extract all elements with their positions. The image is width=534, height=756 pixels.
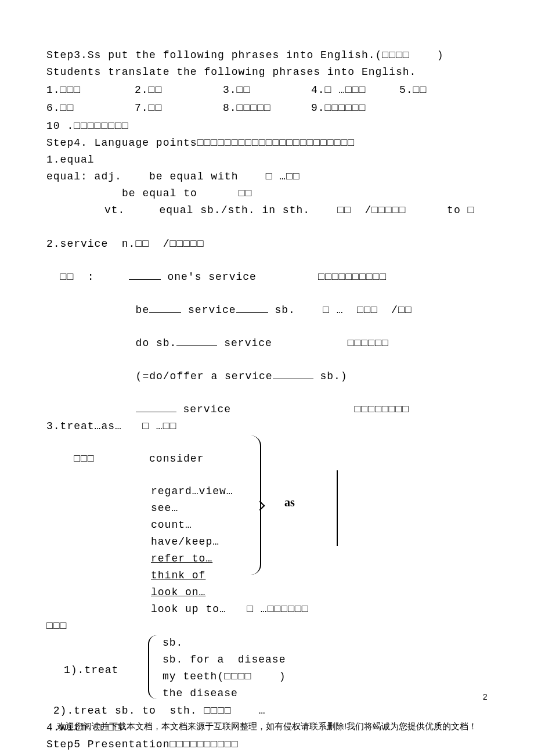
step3-title-a: Step3.Ss put the following phrases into …	[46, 48, 488, 63]
text: sb.)	[320, 370, 347, 382]
phrase-row-3: 10 .□□□□□□□□	[46, 118, 488, 134]
left-brace-icon	[148, 635, 158, 699]
p1-l2: equal: adj. be equal with □ …□□	[46, 169, 488, 185]
blank-input[interactable]	[149, 302, 181, 313]
phrase-item: 9.□□□□□□	[311, 100, 399, 116]
phrase-item: 5.□□	[399, 82, 488, 98]
text: one's service	[167, 271, 256, 283]
ext-label: □□□	[74, 453, 94, 465]
treat-label: 1).treat	[64, 663, 118, 678]
label: □□ :	[60, 271, 95, 283]
blank-input[interactable]	[176, 335, 217, 346]
phrase-item: 7.□□	[135, 100, 223, 116]
phrase-item: 1.□□□	[46, 82, 135, 98]
treat-l2: 2).treat sb. to sth. □□□□ …	[46, 703, 488, 719]
text: □□□□□□	[348, 337, 389, 349]
step4-title: Step4. Language points□□□□□□□□□□□□□□□□□□…	[46, 135, 488, 151]
text: refer to…	[151, 553, 212, 564]
as-label: as	[284, 494, 295, 511]
step3-header: Step3.Ss put the following phrases into …	[46, 48, 488, 80]
text: service	[188, 304, 236, 316]
text: □□□□□□□□	[354, 404, 409, 415]
treat-item: sb.	[46, 635, 488, 651]
p3-l1: 3.treat…as… □ …□□	[46, 419, 488, 434]
p2-l6: service □□□□□□□□	[46, 386, 488, 417]
treat-item: the disease	[46, 686, 488, 701]
phrase-item: 8.□□□□□	[223, 100, 311, 116]
synonym-item: see…	[46, 501, 488, 516]
text: think of	[151, 570, 205, 581]
synonym-item: count…	[46, 517, 488, 533]
blank-input[interactable]	[236, 302, 268, 313]
step6: Step6 Consolidation□□□□□□	[46, 754, 488, 756]
blank-line	[46, 219, 488, 235]
text: do sb.	[136, 337, 177, 349]
p2-l5: (=do/offer a service sb.)	[46, 352, 488, 384]
text: □□□□□□□□□□	[318, 271, 387, 283]
text: service	[183, 404, 231, 415]
ext-label-2: □□□	[46, 618, 488, 634]
p1-l1: 1.equal	[46, 152, 488, 168]
p2-l4: do sb. service □□□□□□	[46, 319, 488, 351]
synonym-item: refer to…	[46, 551, 488, 567]
synonym-item: look on…	[46, 585, 488, 600]
treat-brace-block: 1).treat sb. sb. for a disease my teeth(…	[46, 635, 488, 702]
phrase-item: 3.□□	[223, 82, 311, 98]
blank-input[interactable]	[129, 269, 161, 280]
phrase-item: 2.□□	[135, 82, 223, 98]
p2-l1: 2.service n.□□ /□□□□□	[46, 236, 488, 252]
synonym-item: consider	[149, 453, 204, 465]
phrase-item: 6.□□	[46, 100, 135, 116]
synonym-item: look up to… □ …□□□□□□	[46, 602, 488, 617]
text: service	[224, 337, 272, 349]
synonym-item: have/keep…	[46, 534, 488, 550]
phrase-item	[399, 100, 488, 116]
text: 2).treat sb. to sth. □□□□ …	[53, 705, 266, 717]
phrase-row-2: 6.□□ 7.□□ 8.□□□□□ 9.□□□□□□	[46, 99, 488, 117]
right-brace-icon	[250, 435, 261, 575]
ext-label-row: □□□ consider	[46, 435, 488, 483]
text: sb. □ … □□□ /□□	[275, 304, 412, 316]
page-number: 2	[483, 692, 488, 704]
synonym-item: think of	[46, 568, 488, 584]
phrase-item: 4.□ …□□□	[311, 82, 399, 98]
p2-l3: be service sb. □ … □□□ /□□	[46, 286, 488, 318]
footer-text: 欢迎您阅读并下载本文档，本文档来源于互联网整理，如有侵权请联系删除!我们将竭诚为…	[0, 720, 534, 733]
text: (=do/offer a service	[136, 370, 273, 382]
synonym-brace-block: □□□ consider regard…view… see… count… ha…	[46, 435, 488, 617]
p2-l2: □□ : one's service □□□□□□□□□□	[46, 253, 488, 285]
text: look on…	[151, 586, 205, 598]
synonym-item: regard…view…	[46, 484, 488, 499]
vertical-bar-icon	[337, 470, 338, 546]
phrase-row-1: 1.□□□ 2.□□ 3.□□ 4.□ …□□□ 5.□□	[46, 81, 488, 99]
p1-l4: vt. equal sb./sth. in sth. □□ /□□□□□ to …	[46, 203, 488, 218]
text: be	[136, 304, 150, 316]
blank-input[interactable]	[136, 401, 176, 412]
step5: Step5 Presentation□□□□□□□□□□	[46, 737, 488, 753]
blank-input[interactable]	[273, 368, 313, 379]
step3-title-b: Students translate the following phrases…	[46, 64, 488, 80]
p1-l3: be equal to □□	[46, 186, 488, 201]
